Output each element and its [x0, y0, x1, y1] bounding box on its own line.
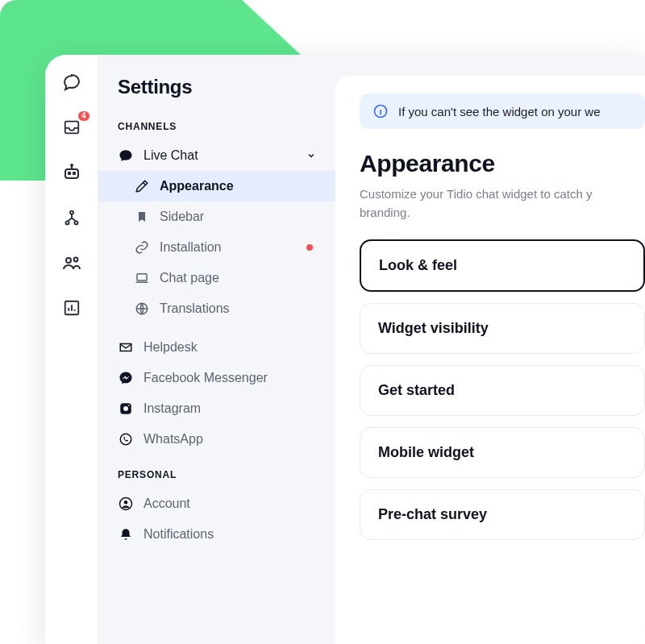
nav-chat-page-label: Chat page: [160, 271, 316, 285]
nav-whatsapp-label: WhatsApp: [144, 432, 316, 447]
nav-instagram-label: Instagram: [144, 401, 316, 416]
svg-point-16: [128, 405, 130, 406]
svg-point-5: [71, 164, 73, 166]
nav-notifications[interactable]: Notifications: [98, 519, 335, 550]
rail-visitors-icon[interactable]: [60, 251, 83, 274]
nav-translations-label: Translations: [160, 301, 316, 316]
nav-helpdesk[interactable]: Helpdesk: [98, 332, 335, 363]
page-heading: Appearance: [360, 150, 645, 177]
nav-appearance-label: Appearance: [160, 179, 316, 193]
svg-point-7: [65, 221, 69, 224]
nav-translations[interactable]: Translations: [98, 293, 335, 324]
bell-icon: [118, 526, 134, 542]
nav-sidebar-label: Sidebar: [160, 210, 316, 224]
settings-sidebar: Settings CHANNELS Live Chat Appear: [98, 55, 335, 644]
nav-account-label: Account: [144, 497, 316, 511]
nav-whatsapp[interactable]: WhatsApp: [98, 424, 335, 455]
messenger-icon: [118, 370, 134, 386]
svg-point-3: [68, 172, 70, 175]
bookmark-icon: [134, 209, 150, 225]
globe-icon: [134, 301, 150, 317]
card-look-and-feel[interactable]: Look & feel: [360, 239, 645, 292]
inbox-badge: 4: [78, 111, 89, 121]
svg-rect-2: [65, 169, 78, 178]
nav-live-chat[interactable]: Live Chat: [98, 140, 335, 171]
card-get-started[interactable]: Get started: [360, 365, 645, 416]
nav-account[interactable]: Account: [98, 488, 335, 519]
card-mobile-widget[interactable]: Mobile widget: [360, 427, 645, 478]
user-icon: [118, 496, 134, 512]
svg-rect-12: [137, 274, 147, 280]
nav-appearance[interactable]: Appearance: [98, 171, 335, 202]
nav-notifications-label: Notifications: [144, 527, 316, 542]
rail-bot-icon[interactable]: [60, 161, 83, 184]
whatsapp-icon: [118, 431, 134, 447]
content-area: If you can't see the widget on your we A…: [335, 76, 645, 644]
rail-chat-icon[interactable]: [60, 71, 83, 93]
nav-facebook[interactable]: Facebook Messenger: [98, 363, 335, 393]
nav-live-chat-label: Live Chat: [144, 148, 292, 163]
svg-point-19: [124, 501, 128, 505]
brush-icon: [134, 178, 150, 194]
page-description: Customize your Tidio chat widget to catc…: [360, 185, 645, 222]
installation-alert-dot: [306, 244, 313, 251]
card-pre-chat-survey[interactable]: Pre-chat survey: [360, 489, 645, 540]
group-channels-label: CHANNELS: [98, 114, 335, 140]
instagram-icon: [118, 401, 134, 417]
rail-analytics-icon[interactable]: [60, 297, 83, 319]
group-personal-label: PERSONAL: [98, 463, 335, 488]
rail-inbox-icon[interactable]: 4: [60, 116, 83, 139]
chat-bubble-icon: [118, 147, 134, 164]
svg-point-8: [74, 221, 77, 224]
rail-flows-icon[interactable]: [60, 206, 83, 229]
app-window: 4 Settings CHANNELS: [45, 55, 645, 644]
mail-icon: [118, 339, 134, 355]
nav-chat-page[interactable]: Chat page: [98, 263, 335, 293]
nav-helpdesk-label: Helpdesk: [144, 340, 316, 355]
sidebar-title: Settings: [98, 76, 335, 114]
laptop-icon: [134, 270, 150, 286]
nav-installation[interactable]: Installation: [98, 232, 335, 263]
icon-rail: 4: [45, 55, 98, 644]
chevron-down-icon: [306, 151, 316, 160]
nav-sidebar[interactable]: Sidebar: [98, 202, 335, 232]
svg-point-10: [73, 258, 77, 262]
nav-facebook-label: Facebook Messenger: [144, 371, 316, 385]
card-widget-visibility[interactable]: Widget visibility: [360, 303, 645, 354]
link-icon: [134, 239, 150, 256]
nav-installation-label: Installation: [160, 240, 297, 255]
svg-point-6: [69, 211, 73, 214]
svg-point-17: [120, 434, 131, 445]
info-icon: [372, 103, 389, 119]
svg-point-15: [123, 406, 128, 411]
alert-text: If you can't see the widget on your we: [398, 105, 601, 118]
svg-point-4: [73, 172, 75, 175]
nav-instagram[interactable]: Instagram: [98, 393, 335, 424]
info-alert: If you can't see the widget on your we: [360, 93, 645, 129]
svg-point-9: [66, 258, 71, 263]
